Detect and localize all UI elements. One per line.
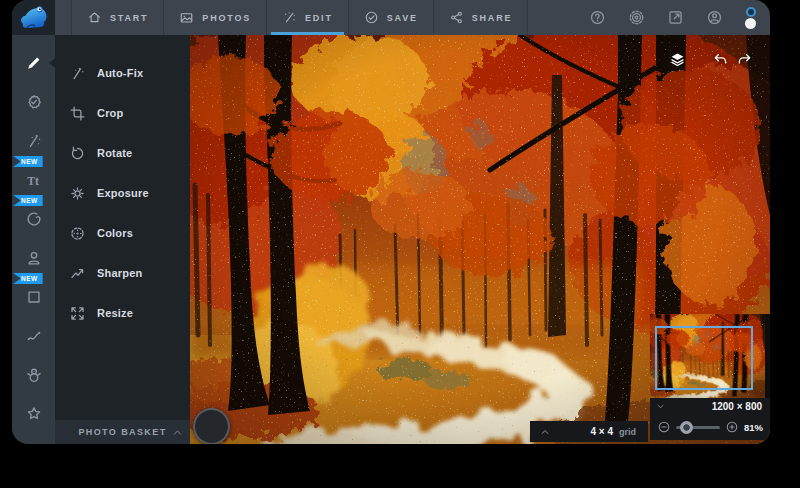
frame-icon: [25, 288, 43, 306]
preview-orb-button[interactable]: [193, 408, 230, 444]
top-bar: START PHOTOS EDIT SAVE SHARE: [12, 0, 770, 35]
chevron-up-icon[interactable]: [540, 427, 550, 437]
tab-save[interactable]: SAVE: [348, 0, 433, 35]
text-tool-icon: Tt: [25, 171, 43, 189]
panel-item-label: Exposure: [97, 187, 149, 199]
chevron-up-icon[interactable]: [172, 427, 183, 438]
rail-item-portrait[interactable]: [12, 238, 55, 277]
navigator-info-bar: 1200 × 800: [650, 398, 770, 414]
panel-item-autofix[interactable]: Auto-Fix: [55, 53, 190, 93]
photo-basket-label: PHOTO BASKET: [78, 427, 166, 437]
rail-item-text[interactable]: NEW Tt: [12, 160, 55, 199]
save-check-icon: [364, 10, 379, 25]
resize-icon: [69, 305, 86, 322]
paint-swirl-icon: [25, 210, 43, 228]
canvas-toolbar: [669, 51, 753, 68]
tab-edit-label: EDIT: [305, 13, 333, 23]
redo-icon[interactable]: [736, 51, 753, 68]
rail-item-paint[interactable]: NEW: [12, 199, 55, 238]
edit-wand-icon: [282, 10, 297, 25]
new-badge: NEW: [13, 195, 43, 206]
crop-icon: [69, 105, 86, 122]
main-menu: START PHOTOS EDIT SAVE SHARE: [71, 0, 528, 35]
verified-badge-icon: [25, 93, 43, 111]
pencil-icon: [25, 54, 43, 72]
sharpen-icon: [69, 265, 86, 282]
share-icon: [449, 10, 464, 25]
rail-item-favorites[interactable]: [12, 394, 55, 433]
panel-item-crop[interactable]: Crop: [55, 93, 190, 133]
panel-item-resize[interactable]: Resize: [55, 293, 190, 333]
tab-share[interactable]: SHARE: [433, 0, 529, 35]
rail-item-seasonal[interactable]: [12, 355, 55, 394]
photo-basket-bar[interactable]: PHOTO BASKET: [55, 420, 190, 444]
snowman-icon: [25, 366, 43, 384]
svg-text:Tt: Tt: [27, 174, 39, 187]
panel-item-rotate[interactable]: Rotate: [55, 133, 190, 173]
rail-item-touchup[interactable]: [12, 82, 55, 121]
app-logo[interactable]: [12, 0, 55, 35]
grid-label: grid: [619, 427, 636, 437]
tab-start-label: START: [110, 13, 148, 23]
star-icon: [25, 405, 43, 423]
top-bar-actions: [589, 0, 770, 35]
layers-icon[interactable]: [669, 51, 686, 68]
tab-edit[interactable]: EDIT: [266, 0, 348, 35]
account-icon[interactable]: [706, 9, 723, 26]
rotate-icon: [69, 145, 86, 162]
panel-item-exposure[interactable]: Exposure: [55, 173, 190, 213]
exposure-icon: [69, 185, 86, 202]
tab-share-label: SHARE: [472, 13, 513, 23]
zoom-in-icon[interactable]: [725, 420, 739, 434]
rail-item-frames[interactable]: NEW: [12, 277, 55, 316]
tab-photos-label: PHOTOS: [202, 13, 251, 23]
panel-item-sharpen[interactable]: Sharpen: [55, 253, 190, 293]
panel-item-colors[interactable]: Colors: [55, 213, 190, 253]
help-icon[interactable]: [589, 9, 606, 26]
panel-item-label: Sharpen: [97, 267, 142, 279]
curve-icon: [25, 327, 43, 345]
photos-icon: [179, 10, 194, 25]
avatar-face-dot: [745, 18, 756, 29]
navigator-viewport-rect[interactable]: [655, 326, 753, 390]
zoom-slider[interactable]: [676, 421, 720, 434]
tab-photos[interactable]: PHOTOS: [163, 0, 266, 35]
navigator-thumbnail[interactable]: [650, 314, 770, 398]
edit-tools-panel: Auto-Fix Crop Rotate Exposure Colors: [55, 35, 190, 444]
tool-rail: NEW Tt NEW NEW: [12, 35, 55, 444]
avatar[interactable]: [745, 7, 756, 29]
undo-icon[interactable]: [712, 51, 729, 68]
colors-icon: [69, 225, 86, 242]
new-badge: NEW: [13, 156, 43, 167]
fullscreen-icon[interactable]: [667, 9, 684, 26]
zoom-slider-handle[interactable]: [680, 421, 693, 434]
new-badge: NEW: [13, 273, 43, 284]
grid-size-value: 4 × 4: [590, 426, 613, 437]
zoom-bar: 81%: [650, 414, 770, 440]
panel-item-label: Auto-Fix: [97, 67, 143, 79]
panel-item-label: Colors: [97, 227, 133, 239]
premium-badge-icon[interactable]: [628, 9, 645, 26]
photo-canvas[interactable]: 4 × 4 grid 1200 × 800: [190, 35, 770, 444]
navigator-panel: 1200 × 800 81%: [650, 314, 770, 440]
tab-save-label: SAVE: [387, 13, 418, 23]
rail-item-edit[interactable]: [12, 43, 55, 82]
chevron-down-icon[interactable]: [656, 402, 665, 411]
rail-item-curves[interactable]: [12, 316, 55, 355]
rail-item-effects[interactable]: [12, 121, 55, 160]
effects-wand-icon: [25, 132, 43, 150]
desktop-background: START PHOTOS EDIT SAVE SHARE: [0, 0, 800, 488]
image-dimensions: 1200 × 800: [712, 401, 762, 412]
person-icon: [25, 249, 43, 267]
panel-item-label: Rotate: [97, 147, 132, 159]
panel-item-label: Crop: [97, 107, 123, 119]
zoom-out-icon[interactable]: [657, 420, 671, 434]
frog-logo-icon: [19, 4, 49, 31]
home-icon: [87, 10, 102, 25]
panel-item-label: Resize: [97, 307, 133, 319]
app-window: START PHOTOS EDIT SAVE SHARE: [12, 0, 770, 444]
autofix-icon: [69, 65, 86, 82]
tab-start[interactable]: START: [71, 0, 163, 35]
zoom-percent: 81%: [744, 422, 763, 433]
grid-settings-bar[interactable]: 4 × 4 grid: [530, 421, 648, 442]
